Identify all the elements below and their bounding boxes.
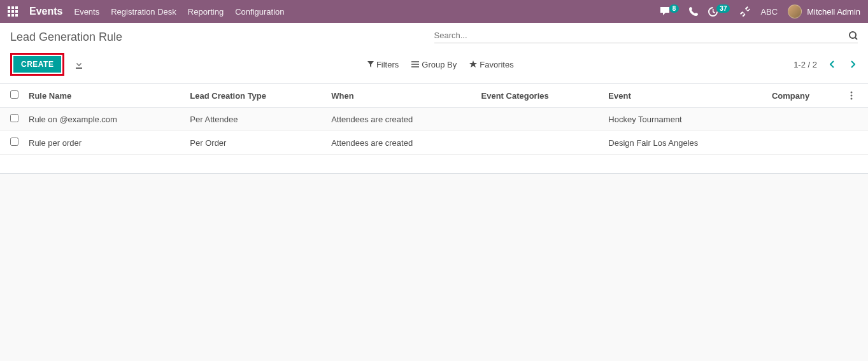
search-input[interactable]	[434, 31, 850, 40]
cell-when: Attendees are created	[326, 131, 476, 155]
table-row[interactable]: Rule per order Per Order Attendees are c…	[0, 131, 868, 155]
control-panel: Lead Generation Rule CREATE Filters Gro	[0, 23, 868, 84]
col-company[interactable]: Company	[767, 84, 845, 108]
navbar-left: Events Events Registration Desk Reportin…	[8, 6, 285, 17]
filters-button[interactable]: Filters	[367, 60, 399, 69]
cell-event: Hockey Tournament	[603, 108, 767, 131]
user-name: Mitchell Admin	[807, 7, 860, 17]
pager[interactable]: 1-2 / 2	[793, 60, 817, 69]
col-when[interactable]: When	[326, 84, 476, 108]
group-by-label: Group By	[422, 60, 457, 69]
favorites-label: Favorites	[480, 60, 513, 69]
filters-label: Filters	[376, 60, 399, 69]
data-table: Rule Name Lead Creation Type When Event …	[0, 84, 868, 155]
table-row[interactable]: Rule on @example.com Per Attendee Attend…	[0, 108, 868, 131]
apps-icon[interactable]	[8, 6, 18, 17]
app-brand[interactable]: Events	[29, 6, 62, 17]
search-icon[interactable]	[849, 31, 858, 40]
pager-prev-icon[interactable]	[827, 59, 837, 69]
company-switcher[interactable]: ABC	[760, 7, 778, 17]
cell-categories	[476, 131, 604, 155]
nav-reporting[interactable]: Reporting	[188, 7, 224, 17]
create-highlight: CREATE	[10, 53, 64, 76]
cell-rule-name: Rule per order	[24, 131, 185, 155]
pager-next-icon[interactable]	[848, 59, 858, 69]
row-checkbox[interactable]	[10, 138, 18, 146]
debug-icon[interactable]	[740, 6, 750, 17]
cell-company	[767, 131, 845, 155]
cell-when: Attendees are created	[326, 108, 476, 131]
avatar	[788, 4, 802, 18]
cell-rule-name: Rule on @example.com	[24, 108, 185, 131]
search-box[interactable]	[434, 28, 858, 43]
user-menu[interactable]: Mitchell Admin	[788, 4, 860, 18]
messages-icon[interactable]: 8	[660, 7, 679, 16]
select-all-checkbox[interactable]	[10, 90, 18, 99]
cell-type: Per Order	[185, 131, 326, 155]
table-footer-spacer	[0, 155, 868, 174]
phone-icon[interactable]	[689, 7, 698, 16]
col-event-categories[interactable]: Event Categories	[476, 84, 604, 108]
activities-badge: 37	[716, 4, 730, 13]
cell-event: Design Fair Los Angeles	[603, 131, 767, 155]
svg-point-3	[851, 98, 853, 100]
col-rule-name[interactable]: Rule Name	[24, 84, 185, 108]
svg-point-0	[850, 32, 856, 38]
table-header: Rule Name Lead Creation Type When Event …	[0, 84, 868, 108]
navbar: Events Events Registration Desk Reportin…	[0, 0, 868, 23]
nav-events[interactable]: Events	[74, 7, 99, 17]
download-icon[interactable]	[71, 57, 87, 71]
list-view: Rule Name Lead Creation Type When Event …	[0, 84, 868, 174]
nav-configuration[interactable]: Configuration	[235, 7, 284, 17]
cell-type: Per Attendee	[185, 108, 326, 131]
svg-point-2	[851, 95, 853, 97]
navbar-right: 8 37 ABC Mitchell Admin	[660, 4, 860, 18]
row-checkbox[interactable]	[10, 114, 18, 122]
group-by-button[interactable]: Group By	[411, 60, 457, 69]
columns-menu-icon[interactable]	[850, 91, 863, 100]
create-button[interactable]: CREATE	[13, 56, 61, 73]
page-title: Lead Generation Rule	[10, 28, 122, 46]
favorites-button[interactable]: Favorites	[469, 60, 513, 69]
nav-registration-desk[interactable]: Registration Desk	[111, 7, 176, 17]
cell-company	[767, 108, 845, 131]
activities-icon[interactable]: 37	[708, 7, 730, 17]
svg-point-1	[851, 92, 853, 94]
col-event[interactable]: Event	[603, 84, 767, 108]
cell-categories	[476, 108, 604, 131]
messages-badge: 8	[669, 4, 679, 13]
col-lead-creation-type[interactable]: Lead Creation Type	[185, 84, 326, 108]
